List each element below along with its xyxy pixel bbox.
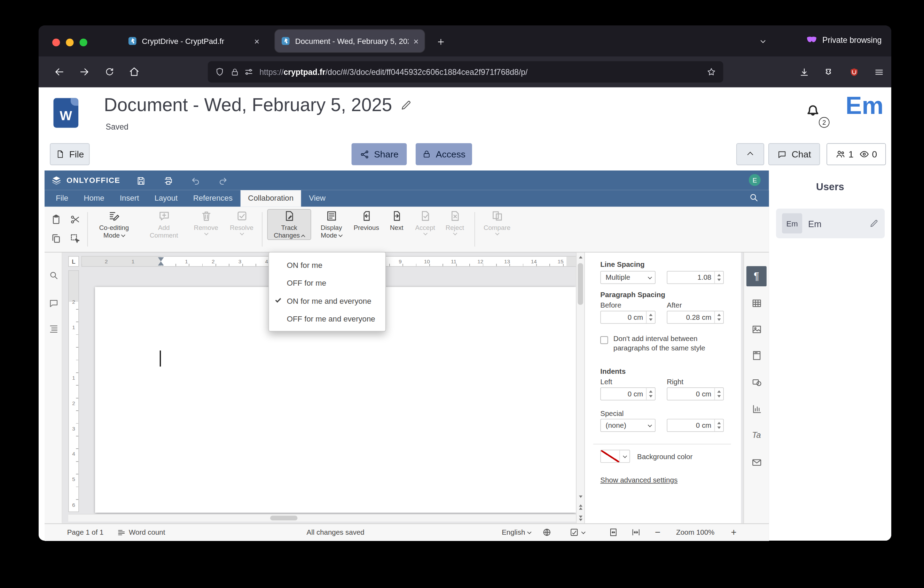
oo-tab-home[interactable]: Home xyxy=(76,190,112,207)
list-tabs-button[interactable] xyxy=(754,33,772,51)
permissions-icon[interactable] xyxy=(244,67,254,77)
editor-search-button[interactable] xyxy=(749,193,759,203)
tab-stop-selector[interactable]: L xyxy=(68,256,79,267)
oo-tab-references[interactable]: References xyxy=(185,190,240,207)
document-title[interactable]: Document - Wed, February 5, 2025 xyxy=(104,94,392,116)
forward-button[interactable] xyxy=(74,62,94,82)
previous-page-button[interactable] xyxy=(577,503,585,511)
tab-cryptdrive[interactable]: CryptDrive - CryptPad.fr × xyxy=(122,30,266,52)
advanced-settings-link[interactable]: Show advanced settings xyxy=(600,476,678,484)
reject-change-button[interactable]: Reject xyxy=(441,210,468,236)
left-indent-marker[interactable] xyxy=(158,261,164,266)
copy-button[interactable] xyxy=(48,231,63,246)
menu-button[interactable] xyxy=(869,62,889,82)
oo-tab-layout[interactable]: Layout xyxy=(147,190,186,207)
table-settings-tab[interactable] xyxy=(746,293,767,313)
oo-tab-collaboration[interactable]: Collaboration xyxy=(240,190,301,207)
chart-settings-tab[interactable] xyxy=(746,398,767,419)
accept-change-button[interactable]: Accept xyxy=(411,210,439,236)
print-button[interactable] xyxy=(161,173,175,188)
resolve-button[interactable]: Resolve xyxy=(226,210,257,236)
scroll-down-button[interactable] xyxy=(577,492,585,501)
word-count-button[interactable]: Word count xyxy=(117,524,165,541)
track-menu-item[interactable]: ON for me xyxy=(269,256,385,274)
ublock-button[interactable] xyxy=(844,62,864,82)
redo-button[interactable] xyxy=(216,173,230,188)
spacing-after-stepper[interactable]: 0.28 cm xyxy=(667,311,724,324)
extensions-button[interactable] xyxy=(819,62,839,82)
set-language-button[interactable] xyxy=(542,524,551,541)
reload-button[interactable] xyxy=(99,62,119,82)
edit-user-pencil-icon[interactable] xyxy=(870,219,879,228)
share-button[interactable]: Share xyxy=(351,143,407,165)
select-all-button[interactable] xyxy=(67,231,82,246)
vertical-ruler[interactable]: 21123456 xyxy=(68,270,79,512)
track-menu-item[interactable]: OFF for me and everyone xyxy=(269,310,385,327)
special-stepper[interactable]: 0 cm xyxy=(667,419,724,432)
quick-save-button[interactable] xyxy=(134,173,148,188)
spellcheck-button[interactable] xyxy=(569,524,585,541)
track-menu-item[interactable]: ON for me and everyone xyxy=(269,292,385,309)
language-select[interactable]: English xyxy=(502,524,531,541)
indent-right-stepper[interactable]: 0 cm xyxy=(667,387,724,401)
downloads-button[interactable] xyxy=(794,62,814,82)
undo-button[interactable] xyxy=(188,173,203,188)
vertical-scrollbar[interactable] xyxy=(576,253,584,524)
zoom-window-button[interactable] xyxy=(80,39,87,46)
chat-button[interactable]: Chat xyxy=(768,143,820,165)
editor-user-avatar[interactable]: E xyxy=(749,174,761,186)
oo-tab-insert[interactable]: Insert xyxy=(112,190,147,207)
home-button[interactable] xyxy=(124,62,144,82)
no-interval-checkbox[interactable] xyxy=(600,336,608,344)
track-changes-button[interactable]: Track Changes xyxy=(268,210,310,239)
image-settings-tab[interactable] xyxy=(746,319,767,339)
next-change-button[interactable]: Next xyxy=(384,210,409,232)
paragraph-settings-tab[interactable]: ¶ xyxy=(746,266,767,286)
lock-icon[interactable] xyxy=(231,68,239,77)
tab-close-icon[interactable]: × xyxy=(254,36,259,46)
indent-left-stepper[interactable]: 0 cm xyxy=(600,387,655,401)
line-spacing-stepper[interactable]: 1.08 xyxy=(667,271,724,284)
previous-change-button[interactable]: Previous xyxy=(351,210,382,232)
close-window-button[interactable] xyxy=(52,39,60,46)
presence-button[interactable]: 1 0 xyxy=(827,143,886,165)
zoom-out-button[interactable]: − xyxy=(655,524,660,541)
paste-button[interactable] xyxy=(48,211,63,227)
minimize-window-button[interactable] xyxy=(66,39,73,46)
navigation-panel-button[interactable] xyxy=(46,322,61,336)
oo-tab-view[interactable]: View xyxy=(301,190,333,207)
add-comment-button[interactable]: Add Comment xyxy=(144,210,183,239)
collapse-toolbar-button[interactable] xyxy=(736,143,764,165)
notifications-button[interactable]: 2 xyxy=(804,100,828,127)
find-button[interactable] xyxy=(46,268,61,282)
spacing-before-stepper[interactable]: 0 cm xyxy=(600,311,655,324)
new-tab-button[interactable] xyxy=(432,33,449,51)
back-button[interactable] xyxy=(50,62,69,82)
track-menu-item[interactable]: OFF for me xyxy=(269,274,385,292)
url-bar[interactable]: https://cryptpad.fr/doc/#/3/doc/edit/ff0… xyxy=(208,61,723,83)
display-mode-button[interactable]: Display Mode xyxy=(314,210,348,239)
textart-settings-tab[interactable]: Ta xyxy=(746,424,767,445)
horizontal-scrollbar[interactable] xyxy=(68,514,576,522)
shape-settings-tab[interactable] xyxy=(746,372,767,392)
line-spacing-select[interactable]: Multiple xyxy=(600,271,655,284)
tracking-shield-icon[interactable] xyxy=(215,67,224,77)
cut-button[interactable] xyxy=(67,211,82,227)
coediting-mode-button[interactable]: Co-editing Mode xyxy=(93,210,135,239)
file-menu-button[interactable]: File xyxy=(50,143,89,165)
comments-panel-button[interactable] xyxy=(46,296,61,310)
tab-close-icon[interactable]: × xyxy=(413,36,419,46)
oo-tab-file[interactable]: File xyxy=(48,190,76,207)
compare-button[interactable]: Compare xyxy=(480,210,514,236)
fit-page-button[interactable] xyxy=(609,524,618,541)
zoom-in-button[interactable]: + xyxy=(731,524,736,541)
rename-pencil-icon[interactable] xyxy=(400,99,412,111)
page-indicator[interactable]: Page 1 of 1 xyxy=(67,524,104,541)
account-avatar[interactable]: Em xyxy=(842,92,888,120)
vertical-scroll-thumb[interactable] xyxy=(578,263,583,305)
mailmerge-settings-tab[interactable] xyxy=(746,452,767,472)
next-page-button[interactable] xyxy=(577,514,585,522)
first-line-indent-marker[interactable] xyxy=(158,257,164,261)
fit-width-button[interactable] xyxy=(631,524,640,541)
horizontal-scroll-thumb[interactable] xyxy=(270,515,297,520)
